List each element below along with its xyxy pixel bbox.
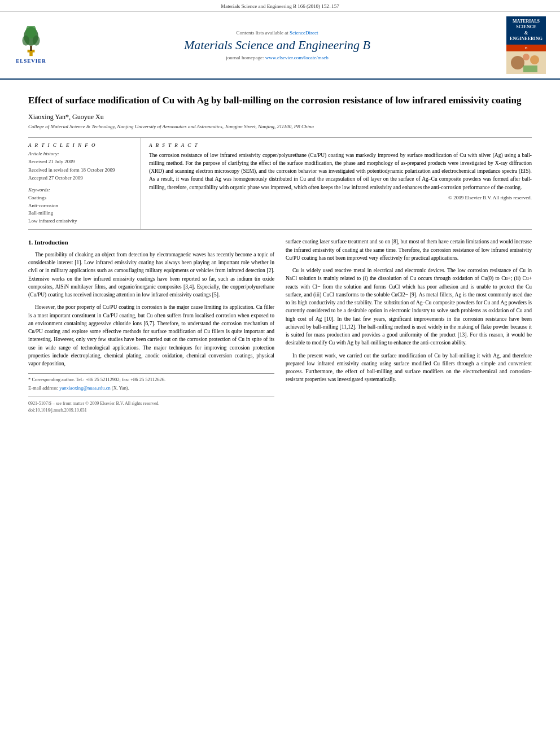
- history-label: Article history:: [28, 150, 135, 158]
- journal-citation: Materials Science and Engineering B 166 …: [221, 3, 339, 9]
- sciencedirect-link[interactable]: ScienceDirect: [290, 30, 318, 36]
- footnote-email: E-mail address: yanxiaoxing@nuaa.edu.cn …: [28, 385, 274, 392]
- footer-issn: 0921-5107/$ – see front matter © 2009 El…: [28, 400, 274, 407]
- right-para1: surface coating laser surface treatment …: [286, 238, 532, 262]
- intro-heading: 1. Introduction: [28, 238, 274, 247]
- intro-para1: The possibility of cloaking an object fr…: [28, 251, 274, 299]
- info-abstract-section: A R T I C L E I N F O Article history: R…: [28, 137, 532, 230]
- keywords-label: Keywords:: [28, 186, 135, 194]
- mseb-badge-sub: B: [506, 45, 546, 51]
- article-info-title: A R T I C L E I N F O: [28, 142, 135, 148]
- keyword-4: Low infrared emissivity: [28, 217, 135, 225]
- article-title: Effect of surface modification of Cu wit…: [28, 94, 532, 107]
- footnote-area: * Corresponding author. Tel.: +86 25 521…: [28, 373, 274, 392]
- col-left: 1. Introduction The possibility of cloak…: [28, 238, 274, 417]
- homepage-url[interactable]: www.elsevier.com/locate/mseb: [265, 55, 329, 60]
- abstract-text: The corrosion resistance of low infrared…: [149, 151, 532, 191]
- elsevier-wordmark: ELSEVIER: [16, 58, 46, 64]
- affiliation: College of Material Science & Technology…: [28, 124, 532, 129]
- elsevier-logo: ELSEVIER: [11, 26, 51, 64]
- journal-cover-image: [506, 51, 546, 74]
- top-bar: Materials Science and Engineering B 166 …: [0, 0, 560, 12]
- svg-point-9: [530, 55, 539, 64]
- journal-logo-right: MATERIALS SCIENCE & ENGINEERING B: [504, 16, 549, 74]
- article-content: Effect of surface modification of Cu wit…: [0, 80, 560, 429]
- footer-doi: doi:10.1016/j.mseb.2009.10.031: [28, 407, 274, 414]
- col-right: surface coating laser surface treatment …: [286, 238, 532, 417]
- keyword-1: Coatings: [28, 194, 135, 202]
- journal-header: ELSEVIER Contents lists available at Sci…: [0, 12, 560, 80]
- journal-homepage: journal homepage: www.elsevier.com/locat…: [51, 55, 504, 60]
- right-para2: Cu is widely used reactive metal in elec…: [286, 267, 532, 347]
- right-para3: In the present work, we carried out the …: [286, 352, 532, 384]
- svg-point-11: [523, 54, 530, 60]
- svg-rect-0: [29, 52, 33, 56]
- svg-rect-10: [523, 65, 537, 72]
- sciencedirect-line: Contents lists available at ScienceDirec…: [51, 30, 504, 36]
- body-columns: 1. Introduction The possibility of cloak…: [28, 238, 532, 417]
- svg-point-8: [511, 56, 524, 69]
- footnote-asterisk: * Corresponding author. Tel.: +86 25 521…: [28, 376, 274, 383]
- svg-rect-6: [30, 46, 32, 51]
- received1: Received 21 July 2009: [28, 158, 135, 165]
- mseb-badge: MATERIALS SCIENCE & ENGINEERING: [506, 16, 546, 45]
- journal-name: Materials Science and Engineering B: [51, 38, 504, 53]
- intro-para2: However, the poor property of Cu/PU coat…: [28, 303, 274, 368]
- journal-title-center: Contents lists available at ScienceDirec…: [51, 30, 504, 60]
- authors: Xiaoxing Yan*, Guoyue Xu: [28, 113, 532, 121]
- page-footer: 0921-5107/$ – see front matter © 2009 El…: [28, 396, 274, 417]
- accepted: Accepted 27 October 2009: [28, 174, 135, 182]
- article-info: A R T I C L E I N F O Article history: R…: [28, 138, 141, 230]
- abstract-title: A B S T R A C T: [149, 142, 532, 148]
- keyword-3: Ball-milling: [28, 209, 135, 217]
- keyword-2: Anti-corrosion: [28, 202, 135, 210]
- keywords-section: Keywords: Coatings Anti-corrosion Ball-m…: [28, 186, 135, 225]
- abstract-section: A B S T R A C T The corrosion resistance…: [141, 138, 532, 230]
- received2: Received in revised form 18 October 2009: [28, 167, 135, 174]
- footnote-email-link[interactable]: yanxiaoxing@nuaa.edu.cn: [59, 385, 110, 391]
- copyright-line: © 2009 Elsevier B.V. All rights reserved…: [149, 195, 532, 200]
- elsevier-tree-icon: [17, 26, 45, 57]
